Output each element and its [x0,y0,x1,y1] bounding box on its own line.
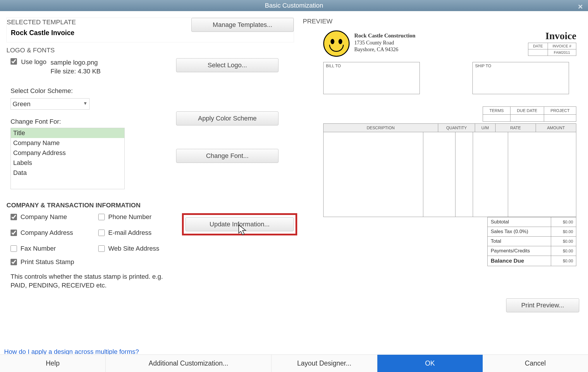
logo-filesize: File size: 4.30 KB [51,67,101,76]
additional-customization-button[interactable]: Additional Customization... [106,355,271,372]
website-checkbox[interactable] [98,245,105,252]
print-status-checkbox[interactable] [11,259,17,265]
status-note-line1: This controls whether the status stamp i… [11,272,294,281]
line-items-header: DESCRIPTION QUANTITY U/M RATE AMOUNT [323,123,576,132]
font-item-title[interactable]: Title [11,128,124,138]
line-items-body [323,132,576,217]
print-status-label: Print Status Stamp [20,258,74,266]
ship-to-box: SHIP TO [472,62,569,94]
invoice-meta-table: DATEINVOICE # FAM2011 [528,43,576,56]
font-item-labels[interactable]: Labels [11,158,124,168]
company-address-label: Company Address [20,229,73,237]
preview-addr1: 1735 County Road [354,39,415,46]
color-scheme-select[interactable]: Green [11,98,90,110]
invoice-title: Invoice [528,30,576,42]
help-button[interactable]: Help [0,355,106,372]
cursor-icon [238,224,250,237]
company-info-heading: COMPANY & TRANSACTION INFORMATION [6,202,294,209]
use-logo-checkbox[interactable] [11,58,17,65]
company-address-checkbox[interactable] [11,230,17,236]
template-name: Rock Castle Invoice [11,29,76,37]
color-scheme-label: Select Color Scheme: [11,87,176,95]
bill-to-box: BILL TO [323,62,420,94]
preview-company-name: Rock Castle Construction [354,32,415,39]
window-title: Basic Customization [265,2,323,9]
email-address-label: E-mail Address [108,229,152,237]
apply-color-scheme-button[interactable]: Apply Color Scheme [176,111,278,125]
manage-templates-button[interactable]: Manage Templates... [191,18,294,32]
select-logo-button[interactable]: Select Logo... [176,58,278,72]
terms-table: TERMSDUE DATEPROJECT [323,106,576,122]
window-titlebar: Basic Customization × [0,0,588,11]
font-item-data[interactable]: Data [11,168,124,178]
font-item-company-name[interactable]: Company Name [11,138,124,148]
phone-number-label: Phone Number [108,213,152,221]
preview-addr2: Bayshore, CA 94326 [354,46,415,53]
logo-fonts-heading: LOGO & FONTS [6,46,294,54]
footer-bar: Help Additional Customization... Layout … [0,354,588,372]
ok-button[interactable]: OK [377,355,483,372]
status-note-line2: PAID, PENDING, RECEIVED etc. [11,281,294,290]
selected-template-heading: SELECTED TEMPLATE [7,18,76,26]
fax-number-label: Fax Number [20,245,56,252]
close-icon[interactable]: × [578,1,583,12]
fax-number-checkbox[interactable] [11,245,17,252]
logo-smiley-icon [323,30,350,57]
layout-designer-button[interactable]: Layout Designer... [271,355,377,372]
email-address-checkbox[interactable] [98,230,105,236]
print-preview-button[interactable]: Print Preview... [506,298,579,312]
company-name-checkbox[interactable] [11,214,17,220]
logo-filename: sample logo.png [51,58,101,67]
change-font-label: Change Font For: [11,118,176,125]
font-item-company-address[interactable]: Company Address [11,148,124,158]
phone-number-checkbox[interactable] [98,214,105,220]
website-label: Web Site Address [108,245,159,252]
cancel-button[interactable]: Cancel [483,355,588,372]
change-font-button[interactable]: Change Font... [176,149,278,163]
preview-heading: PREVIEW [300,18,582,25]
font-listbox[interactable]: Title Company Name Company Address Label… [11,128,125,189]
company-name-label: Company Name [20,213,67,221]
use-logo-label: Use logo [21,58,47,66]
totals-table: Subtotal$0.00 Sales Tax (0.0%)$0.00 Tota… [323,217,576,266]
preview-document: Rock Castle Construction 1735 County Roa… [300,30,582,266]
